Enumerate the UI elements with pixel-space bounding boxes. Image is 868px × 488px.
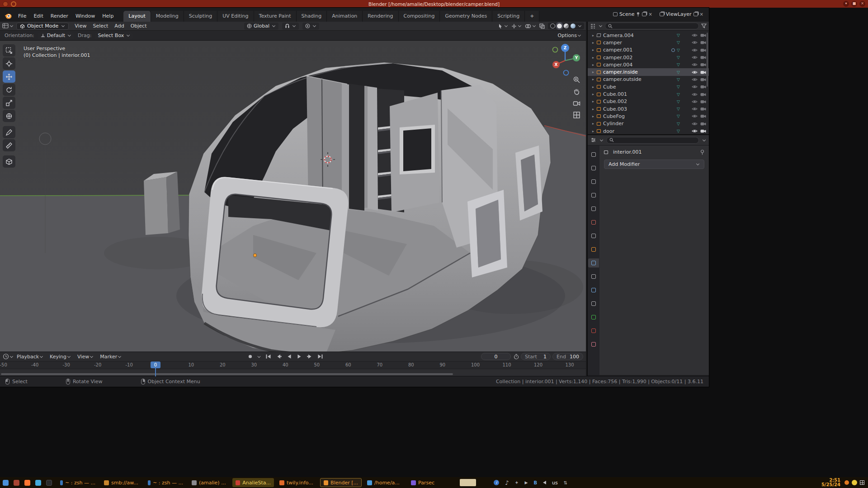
task-button[interactable]: smb://aw... [101, 478, 142, 487]
outliner-editor-chevron[interactable] [599, 24, 602, 27]
tool-scale[interactable] [3, 97, 15, 109]
task-button[interactable]: /home/a... [364, 478, 406, 487]
shading-material-button[interactable] [564, 23, 569, 28]
tool-annotate[interactable] [3, 126, 15, 138]
mode-selector[interactable]: Object Mode [16, 23, 69, 30]
tool-rotate[interactable] [3, 84, 15, 96]
filter-icon[interactable] [701, 23, 707, 28]
workspace-tab[interactable]: Animation [327, 11, 363, 22]
workspace-tab[interactable]: Sculpting [184, 11, 217, 22]
shading-rendered-button[interactable] [571, 23, 576, 28]
drag-mode-dropdown[interactable]: Select Box [95, 32, 133, 39]
disclosure-triangle-icon[interactable]: ▸ [592, 92, 597, 96]
auto-key-dropdown[interactable] [257, 354, 260, 357]
disclosure-triangle-icon[interactable]: ▸ [592, 99, 597, 103]
outliner-row[interactable]: ▸ Cube.002 ▽ [588, 98, 709, 105]
shading-dropdown[interactable] [578, 24, 581, 27]
pin-icon[interactable] [636, 12, 640, 17]
gizmos-toggle[interactable] [511, 23, 522, 29]
axis-neg-y[interactable] [553, 47, 558, 52]
disable-render-icon[interactable] [700, 99, 706, 104]
tool-move[interactable] [3, 70, 15, 83]
outliner-row[interactable]: ▸ Camera.004 ▽ [588, 32, 709, 39]
tray-widget[interactable] [460, 479, 476, 486]
hide-viewport-icon[interactable] [692, 99, 698, 104]
shading-wireframe-button[interactable] [550, 23, 555, 28]
cube-object[interactable] [144, 172, 180, 235]
selectability-dropdown[interactable] [498, 23, 508, 29]
launcher-firefox-icon[interactable] [24, 480, 30, 486]
hide-viewport-icon[interactable] [692, 40, 698, 45]
hide-viewport-icon[interactable] [692, 92, 698, 97]
tool-measure[interactable] [3, 139, 15, 151]
workspace-tab[interactable]: Texture Paint [254, 11, 297, 22]
timeline-menu-item[interactable]: Keying [47, 354, 74, 360]
viewport-menu-item[interactable]: Object [127, 23, 150, 29]
task-button[interactable]: (amalie) ... [189, 478, 230, 487]
app-menu-item[interactable]: File [14, 12, 30, 20]
current-frame-field[interactable]: 0 [481, 353, 511, 360]
timeline-menu-item[interactable]: View [74, 354, 97, 360]
hide-viewport-icon[interactable] [692, 129, 698, 133]
auto-key-button[interactable] [248, 354, 253, 359]
disclosure-triangle-icon[interactable]: ▸ [592, 77, 597, 81]
task-button[interactable]: Blender [... [320, 478, 362, 487]
disable-render-icon[interactable] [700, 55, 706, 60]
remove-viewlayer-icon[interactable]: × [700, 12, 703, 17]
tool-add-cube[interactable] [3, 155, 15, 168]
outliner-row[interactable]: ▸ camper.004 ▽ [588, 61, 709, 68]
transform-orientation-dropdown[interactable]: Global [244, 23, 278, 30]
viewport-menu-item[interactable]: View [71, 23, 90, 29]
hide-viewport-icon[interactable] [692, 48, 698, 52]
disable-render-icon[interactable] [700, 48, 706, 52]
properties-tab[interactable] [588, 245, 599, 254]
properties-tab[interactable] [588, 218, 599, 227]
frame-start-field[interactable]: Start 1 [521, 353, 551, 360]
hide-viewport-icon[interactable] [692, 122, 698, 126]
disclosure-triangle-icon[interactable]: ▸ [592, 85, 597, 89]
timeline-tracks[interactable] [0, 369, 586, 376]
network-tray-icon[interactable]: ⇅ [564, 480, 567, 485]
status-smiley-icon[interactable] [852, 480, 857, 485]
disclosure-triangle-icon[interactable]: ▸ [592, 129, 597, 133]
editor-type-chevron[interactable] [10, 24, 13, 27]
outliner-row[interactable]: ▸ Cube ▽ [588, 83, 709, 90]
overlays-toggle[interactable] [525, 23, 536, 29]
next-keyframe-button[interactable] [307, 354, 313, 359]
properties-editor-chevron[interactable] [600, 138, 603, 141]
outliner-search-input[interactable] [605, 23, 699, 29]
frame-end-field[interactable]: End 100 [552, 353, 583, 360]
timeline-menu-item[interactable]: Playback [14, 354, 47, 360]
minimize-button[interactable]: ▾ [843, 1, 849, 7]
timeline-scrollbar[interactable] [1, 373, 453, 375]
timeline-editor-chevron[interactable] [10, 354, 13, 357]
workspace-tab[interactable]: Rendering [363, 11, 398, 22]
disable-render-icon[interactable] [700, 122, 706, 126]
disable-render-icon[interactable] [700, 77, 706, 82]
workspace-tab[interactable]: Compositing [399, 11, 440, 22]
viewport-3d[interactable]: User Perspective (0) Collection | interi… [0, 41, 586, 352]
outliner-scrollbar[interactable] [707, 33, 708, 87]
timeline-menu-item[interactable]: Marker [97, 354, 125, 360]
disclosure-triangle-icon[interactable]: ▸ [592, 107, 597, 111]
disclosure-triangle-icon[interactable]: ▸ [592, 70, 597, 74]
outliner-editor-icon[interactable] [590, 23, 596, 29]
outliner-row[interactable]: ▸ camper.inside ▽ [588, 68, 709, 75]
snap-dropdown[interactable] [282, 23, 299, 30]
workspace-tab[interactable]: Scripting [492, 11, 525, 22]
jump-start-button[interactable] [265, 354, 272, 359]
outliner-row[interactable]: ▸ camper ▽ [588, 39, 709, 46]
clock[interactable]: 2:51 5/25/24 [821, 478, 840, 487]
navigation-gizmo[interactable]: Z Y X [548, 42, 582, 77]
pan-hand-icon[interactable] [573, 88, 580, 95]
properties-options-chevron[interactable] [703, 138, 706, 141]
task-button[interactable]: ~ : zsh — ... [145, 478, 186, 487]
unlink-scene-icon[interactable]: × [648, 12, 652, 17]
properties-tab[interactable] [588, 164, 599, 173]
launcher-browser-icon[interactable] [35, 480, 41, 486]
add-modifier-button[interactable]: Add Modifier [604, 160, 704, 169]
hide-viewport-icon[interactable] [692, 33, 698, 38]
workspace-tab[interactable]: Shading [297, 11, 327, 22]
prev-keyframe-button[interactable] [276, 354, 282, 359]
disclosure-triangle-icon[interactable]: ▸ [592, 56, 597, 60]
